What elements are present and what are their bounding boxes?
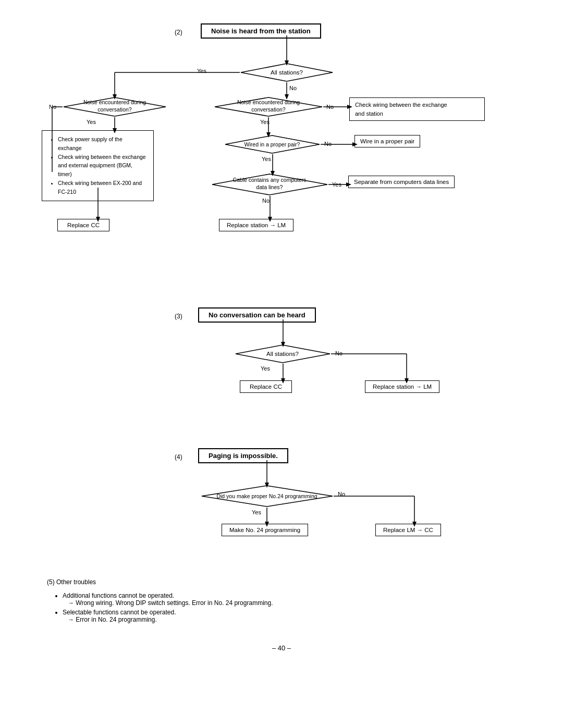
replace-cc-s2-box: Replace CC — [240, 380, 292, 393]
replace-cc-left-box: Replace CC — [57, 219, 109, 231]
replace-lm-cc-box: Replace LM → CC — [375, 524, 441, 536]
section3: (4) Paging is impossible. Did you make p… — [21, 443, 542, 558]
svg-text:Cable contains any computers: Cable contains any computers — [232, 177, 306, 183]
checklist-box: Check power supply of the exchange Check… — [42, 130, 154, 201]
yes-label-allstations: Yes — [197, 68, 206, 74]
cable-computers-diamond: Cable contains any computers data lines? — [211, 173, 328, 196]
svg-text:All stations?: All stations? — [271, 69, 303, 76]
section2: (3) No conversation can be heard All sta… — [21, 302, 542, 417]
no-label-cable: No — [262, 198, 270, 204]
yes-label-cable: Yes — [332, 181, 341, 188]
all-stations-s2-diamond: All stations? — [235, 344, 331, 364]
section4-number-title: (5) Other troubles — [47, 578, 542, 586]
check-item-2: Check wiring between the exchange and ex… — [58, 153, 147, 179]
replace-station-lm-center-box: Replace station → LM — [219, 219, 293, 231]
yes-label-s3: Yes — [252, 509, 261, 515]
noise-conv-center-diamond: Noise encountered during conversation? — [214, 96, 323, 117]
noise-conv-left-diamond: Noise encountered during conversation? — [63, 96, 167, 117]
no-label-left-diamond: No — [49, 104, 56, 110]
bullet-item-2: Selectable functions cannot be operated.… — [63, 609, 542, 623]
wired-pair-diamond: Wired in a proper pair? — [224, 134, 321, 154]
yes-label-s2: Yes — [261, 365, 270, 372]
svg-text:data lines?: data lines? — [256, 184, 283, 190]
svg-text:conversation?: conversation? — [251, 106, 286, 113]
section1-title-box: Noise is heard from the station — [201, 23, 321, 39]
no-label-center-diamond: No — [326, 104, 334, 110]
section2-title-box: No conversation can be heard — [198, 307, 316, 323]
yes-label-center-diamond: Yes — [260, 119, 270, 125]
svg-text:Noise encountered during: Noise encountered during — [237, 99, 300, 105]
yes-label-left-diamond: Yes — [87, 119, 96, 125]
wire-proper-pair-box: Wire in a proper pair — [354, 135, 420, 147]
no-label-allstations: No — [289, 85, 297, 91]
no-label-wired-pair: No — [324, 141, 332, 147]
page: (2) Noise is heard from the station All … — [0, 0, 563, 728]
no-label-s3: No — [338, 491, 345, 497]
section3-title-box: Paging is impossible. — [198, 448, 288, 463]
page-number: – 40 – — [21, 644, 542, 652]
all-stations-diamond: All stations? — [240, 63, 334, 82]
programming-diamond: Did you make proper No.24 programming — [201, 485, 334, 508]
section2-number: (3) — [175, 313, 182, 320]
svg-text:Noise encountered during: Noise encountered during — [83, 99, 146, 105]
section3-number: (4) — [175, 453, 182, 461]
separate-computers-box: Separate from computers data lines — [348, 176, 455, 188]
check-item-3: Check wiring between EX-200 and FC-210 — [58, 179, 147, 196]
svg-text:Wired in a proper pair?: Wired in a proper pair? — [244, 141, 300, 147]
section1: (2) Noise is heard from the station All … — [21, 16, 542, 287]
svg-text:All stations?: All stations? — [266, 351, 299, 357]
bullet-item-1: Additional functions cannot be operated.… — [63, 592, 542, 607]
check-wiring-exchange-box: Check wiring between the exchangeand sta… — [349, 97, 485, 121]
section1-number: (2) — [175, 29, 182, 36]
yes-label-wired-pair: Yes — [262, 156, 271, 162]
no-label-s2: No — [335, 350, 342, 356]
svg-text:conversation?: conversation? — [97, 106, 132, 113]
replace-station-lm-s2-box: Replace station → LM — [365, 380, 439, 393]
make-programming-box: Make No. 24 programming — [222, 524, 308, 536]
section4: (5) Other troubles Additional functions … — [21, 578, 542, 623]
svg-text:Did you make proper No.24 prog: Did you make proper No.24 programming — [216, 493, 317, 499]
check-item-1: Check power supply of the exchange — [58, 135, 147, 153]
